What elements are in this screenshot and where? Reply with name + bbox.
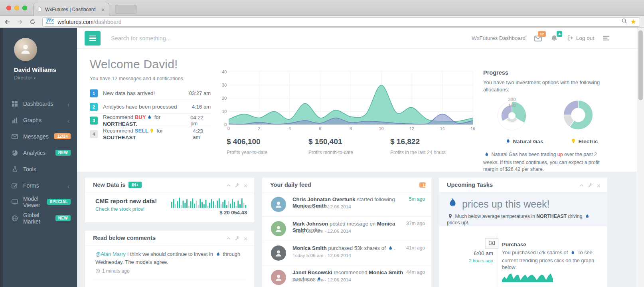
feed-item[interactable]: Janet Rosowski recommended Monica Smith …	[262, 265, 431, 287]
text-segment: NORTHEAST.	[103, 121, 137, 127]
sidebar-item-global-market[interactable]: Global MarketNEW	[3, 210, 77, 226]
tab-close-icon[interactable]	[100, 7, 106, 12]
sidebar-item-graphs[interactable]: Graphs	[3, 112, 77, 128]
back-button[interactable]	[4, 18, 12, 26]
daily-feed-panel: Your daily feed 12 Messages Chris Johnat…	[262, 178, 431, 287]
notification-row[interactable]: 2Analytics have been processed4:16 am	[90, 100, 211, 114]
svg-text:12: 12	[409, 126, 414, 131]
notification-number-badge: 1	[90, 89, 98, 97]
gas-icon	[215, 251, 221, 259]
browser-scrollbar[interactable]	[637, 28, 644, 287]
pie-icon	[12, 150, 18, 156]
stock-price-link[interactable]: Check the stock price!	[95, 206, 144, 212]
reload-button[interactable]	[30, 18, 38, 26]
notification-row[interactable]: 1New data has arrived!03:27 am	[90, 87, 211, 100]
new-tab-button[interactable]	[115, 5, 136, 14]
scrollbar-thumb[interactable]	[638, 30, 643, 100]
sidebar-item-model-viewer[interactable]: Model ViewerSPECIAL	[3, 194, 77, 210]
text-segment: prices up!.	[447, 220, 469, 226]
chevron-left-icon	[67, 118, 71, 122]
svg-text:20: 20	[222, 96, 227, 101]
logout-icon	[567, 35, 573, 42]
feed-list: Chris Johnatan Overtunk started followin…	[262, 192, 431, 287]
quick-menu-icon[interactable]	[603, 35, 610, 42]
forward-button[interactable]	[17, 18, 25, 26]
stat-24h: $ 16,822 Profits in the last 24 hours	[390, 137, 472, 155]
svg-text:2: 2	[258, 126, 261, 131]
gas-icon	[585, 214, 590, 220]
text-segment: Mark Johnson	[292, 221, 328, 227]
polar-scale-label: 300	[494, 97, 530, 103]
menu-toggle-button[interactable]	[85, 31, 101, 46]
notification-number-badge: 3	[90, 117, 98, 125]
sidebar-item-label: Tools	[23, 166, 36, 172]
logout-button[interactable]: Log out	[567, 35, 594, 42]
polar-scale-label: 150	[494, 103, 530, 109]
panel-title: New Data is	[93, 182, 125, 188]
in-badge: IN+	[128, 182, 142, 188]
monitor-icon	[12, 199, 18, 205]
bars-icon	[12, 117, 18, 123]
config-icon[interactable]	[235, 236, 240, 241]
close-icon[interactable]	[597, 182, 602, 188]
messages-button[interactable]: 12	[534, 35, 542, 42]
browser-tab[interactable]: WxFutures | Dashboard	[34, 3, 109, 16]
search-input[interactable]	[110, 35, 278, 42]
allocation-charts: 300150	[483, 97, 616, 137]
sidebar: David Williams Director▾ DashboardsGraph…	[3, 28, 77, 287]
caret-down-icon: ▾	[34, 76, 36, 80]
svg-text:16: 16	[470, 126, 475, 131]
sidebar-item-label: Messages	[23, 133, 49, 140]
feed-item[interactable]: Monica Smith purchased 53k shares of .To…	[262, 241, 431, 265]
address-bar[interactable]: Wx Futures wxfutures.com/dashboard ★	[42, 17, 640, 27]
user-name: David Williams	[14, 66, 77, 73]
close-icon[interactable]	[243, 182, 249, 188]
notifications-button[interactable]: 4	[551, 35, 558, 42]
window-close-button[interactable]	[6, 6, 11, 10]
window-zoom-button[interactable]	[22, 6, 27, 10]
collapse-icon[interactable]	[226, 236, 231, 241]
feed-timestamp: Today 5:03 am - 12.06.2014	[292, 277, 351, 283]
stat-label: Profits year-to-date	[227, 150, 308, 155]
sidebar-item-analytics[interactable]: AnalyticsNEW	[3, 144, 77, 161]
main-content: Welcome David! You have 12 messages and …	[77, 49, 637, 287]
notification-row[interactable]: 3Recommend BUY for NORTHEAST.04:22 pm	[90, 114, 211, 127]
clock-icon	[95, 269, 100, 273]
notification-text: Recommend BUY for NORTHEAST.	[103, 114, 190, 127]
window-minimize-button[interactable]	[14, 6, 19, 10]
bookmark-star-icon[interactable]: ★	[630, 18, 636, 25]
window-left-edge	[0, 28, 3, 287]
logo-text-bottom: Futures	[46, 22, 54, 25]
text-segment: SOUTHEAST	[103, 135, 136, 141]
svg-text:30: 30	[222, 83, 227, 87]
window-controls	[6, 6, 27, 10]
url-host: wxfutures.com	[57, 19, 93, 25]
user-role-dropdown[interactable]: Director▾	[14, 75, 77, 81]
text-segment: driving	[567, 214, 584, 219]
svg-text:8: 8	[350, 126, 352, 131]
sidebar-item-label: Model Viewer	[23, 196, 47, 208]
panel-header: Read below comments	[85, 231, 254, 245]
comment-text: @Alan Marry I think we should continue t…	[95, 251, 243, 265]
sidebar-badge: NEW	[55, 150, 71, 156]
gas-icon	[147, 115, 152, 121]
feed-text: Monica Smith purchased 53k shares of .	[292, 245, 408, 252]
sidebar-item-tools[interactable]: Tools	[3, 161, 77, 177]
search-icon[interactable]	[621, 18, 627, 26]
close-icon[interactable]	[243, 236, 249, 241]
sidebar-item-forms[interactable]: Forms	[3, 177, 77, 194]
text-segment[interactable]: @Alan Marry	[95, 251, 126, 257]
tasks-hero-subtitle: Much below average temperatures in NORTH…	[447, 214, 599, 226]
collapse-icon[interactable]	[579, 182, 584, 188]
notification-row[interactable]: 4Recommend SELL for SOUTHEAST4:23 am	[90, 127, 211, 141]
collapse-icon[interactable]	[226, 182, 231, 188]
text-segment: for	[153, 114, 160, 120]
config-icon[interactable]	[235, 182, 240, 188]
feed-item[interactable]: Mark Johnson posted message on Monica Sm…	[262, 217, 431, 241]
feed-item[interactable]: Chris Johnatan Overtunk started followin…	[262, 192, 431, 217]
sidebar-item-messages[interactable]: Messages12/24	[3, 128, 77, 144]
sidebar-item-dashboards[interactable]: Dashboards	[3, 95, 77, 112]
bulb-icon	[571, 138, 576, 145]
purchase-graph[interactable]	[502, 273, 553, 282]
config-icon[interactable]	[588, 182, 593, 188]
